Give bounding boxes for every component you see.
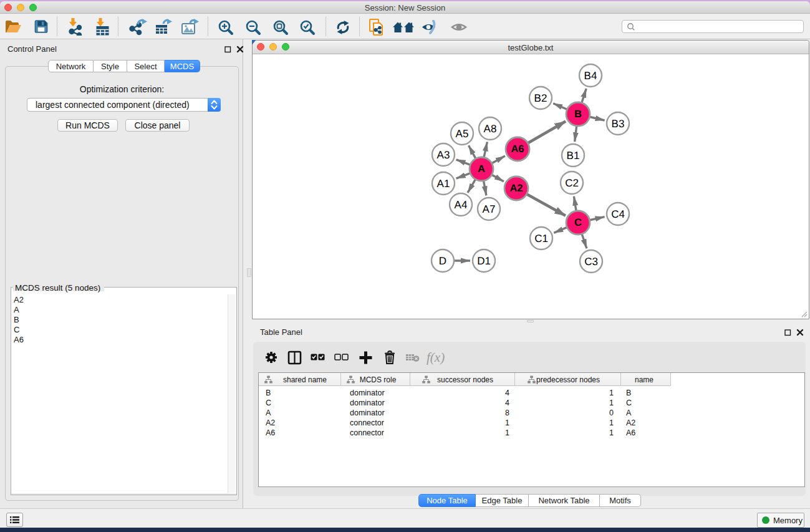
svg-text:A: A	[478, 163, 485, 175]
svg-text:A2: A2	[509, 183, 523, 194]
svg-text:A4: A4	[455, 199, 468, 211]
svg-text:A5: A5	[456, 128, 469, 140]
svg-text:D: D	[439, 255, 446, 267]
svg-text:C: C	[574, 217, 582, 228]
svg-text:B2: B2	[534, 92, 547, 104]
svg-text:B: B	[574, 109, 582, 120]
svg-text:C3: C3	[584, 256, 598, 268]
svg-text:C1: C1	[534, 233, 548, 244]
svg-text:B4: B4	[584, 70, 597, 82]
svg-text:B1: B1	[567, 150, 580, 162]
svg-text:B3: B3	[612, 118, 625, 130]
svg-text:D1: D1	[477, 255, 491, 267]
svg-text:A7: A7	[483, 203, 496, 215]
svg-text:A8: A8	[484, 123, 497, 135]
svg-text:A6: A6	[511, 143, 524, 155]
svg-text:C2: C2	[565, 177, 579, 189]
svg-text:C4: C4	[611, 208, 625, 220]
svg-text:A1: A1	[437, 178, 450, 190]
svg-text:A3: A3	[437, 149, 450, 161]
